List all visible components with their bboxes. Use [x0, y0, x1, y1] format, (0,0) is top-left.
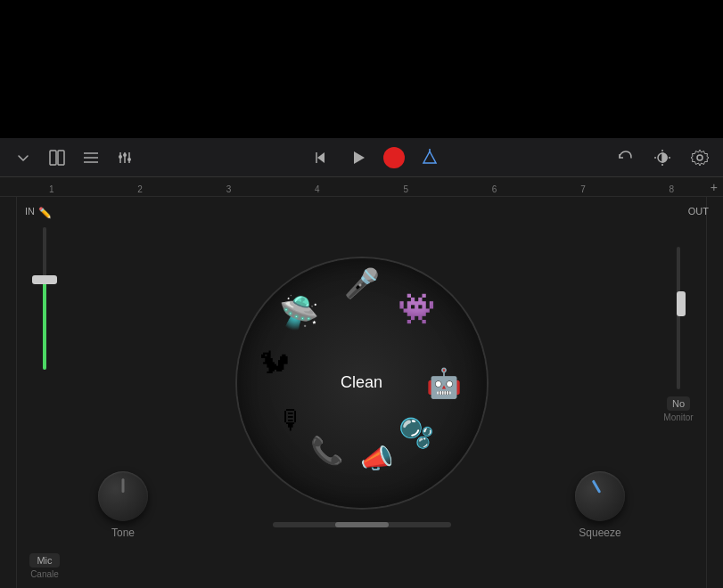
voice-effect-megaphone[interactable]: 📣	[360, 442, 393, 473]
panels-icon	[48, 149, 66, 167]
svg-rect-0	[50, 151, 56, 165]
svg-point-21	[697, 155, 702, 160]
mic-fader-track	[43, 227, 46, 370]
voice-effect-squirrel[interactable]: 🐿	[259, 346, 290, 380]
undo-icon	[616, 149, 634, 167]
ruler-mark-2: 2	[137, 184, 143, 194]
pencil-icon[interactable]: ✏️	[38, 207, 52, 219]
tone-label: Tone	[111, 527, 135, 539]
out-label: OUT	[688, 206, 709, 216]
dropdown-icon	[14, 149, 32, 167]
mic-label-area: Mic Canale	[29, 553, 59, 579]
out-fader-track	[677, 247, 680, 389]
voice-changer-area: Tone Clean 🎤 👾 🤖 🫧 📣 📞 🎙	[237, 258, 487, 527]
toolbar-center	[144, 145, 605, 170]
svg-marker-13	[354, 151, 365, 164]
mic-fader-container	[43, 227, 46, 546]
in-label: IN	[25, 206, 35, 216]
bottom-scrollbar[interactable]	[273, 522, 451, 527]
preferences-button[interactable]	[687, 145, 712, 170]
in-row: IN ✏️	[0, 206, 89, 220]
voice-effect-monster[interactable]: 👾	[398, 290, 435, 326]
toolbar-left	[11, 145, 137, 170]
tuner-button[interactable]	[417, 145, 442, 170]
mixer-icon	[116, 149, 134, 167]
ruler-mark-4: 4	[315, 184, 320, 194]
monitor-label-area: No Monitor	[663, 396, 693, 422]
ruler-mark-1: 1	[49, 184, 54, 194]
voice-effect-alien[interactable]: 🛸	[279, 294, 319, 331]
mic-fader-thumb[interactable]	[32, 275, 57, 284]
voice-effect-telephone[interactable]: 📞	[310, 435, 343, 466]
left-panel: IN ✏️ Mic Canale	[0, 197, 89, 588]
out-fader-thumb[interactable]	[677, 291, 686, 316]
rewind-icon	[312, 149, 330, 167]
brightness-icon	[653, 149, 671, 167]
squeeze-knob[interactable]	[575, 471, 625, 521]
undo-button[interactable]	[612, 145, 637, 170]
gear-icon	[691, 149, 709, 167]
svg-point-8	[119, 155, 122, 159]
svg-point-9	[123, 153, 127, 157]
add-track-button[interactable]: +	[711, 180, 718, 194]
scrollbar-thumb	[335, 522, 389, 527]
squeeze-section: Squeeze	[575, 471, 625, 539]
ruler-mark-3: 3	[226, 184, 232, 194]
ruler-marks: 1 2 3 4 5 6 7 8	[7, 184, 716, 194]
go-to-beginning-button[interactable]	[308, 145, 333, 170]
play-button[interactable]	[346, 145, 371, 170]
right-panel: OUT No Monitor	[634, 197, 723, 588]
main-content: IN ✏️ Mic Canale Tone Clean 🎤	[0, 197, 723, 588]
monitor-sub-label: Monitor	[663, 412, 693, 422]
tone-section: Tone	[98, 471, 148, 539]
voice-circle[interactable]: Clean 🎤 👾 🤖 🫧 📣 📞 🎙 🐿 🛸	[237, 258, 487, 508]
mic-label[interactable]: Mic	[29, 553, 59, 568]
ruler-mark-5: 5	[403, 184, 408, 194]
mic-fader-fill	[43, 277, 46, 370]
ruler-mark-7: 7	[580, 184, 586, 194]
tone-knob[interactable]	[98, 471, 148, 521]
ruler-mark-6: 6	[492, 184, 497, 194]
voice-circle-container: Clean 🎤 👾 🤖 🫧 📣 📞 🎙 🐿 🛸	[237, 258, 487, 508]
voice-center-label: Clean	[341, 373, 382, 392]
svg-point-10	[127, 158, 131, 161]
channel-label: Canale	[30, 569, 59, 579]
toolbar-right	[612, 145, 712, 170]
squeeze-label: Squeeze	[579, 527, 620, 539]
tuner-icon	[421, 149, 439, 167]
top-black-area	[0, 0, 723, 138]
voice-effect-bubbles[interactable]: 🫧	[398, 416, 434, 450]
svg-marker-11	[317, 152, 325, 163]
list-icon	[82, 149, 100, 167]
timeline-ruler: 1 2 3 4 5 6 7 8 +	[0, 177, 723, 197]
svg-marker-14	[423, 151, 436, 163]
monitor-label[interactable]: No	[667, 396, 690, 411]
voice-effect-microphone[interactable]: 🎤	[344, 266, 380, 300]
list-button[interactable]	[78, 145, 103, 170]
toolbar	[0, 138, 723, 177]
play-icon	[349, 149, 367, 167]
svg-rect-1	[58, 151, 64, 165]
mixer-button[interactable]	[112, 145, 137, 170]
brightness-button[interactable]	[650, 145, 675, 170]
panels-button[interactable]	[45, 145, 70, 170]
ruler-mark-8: 8	[670, 184, 675, 194]
dropdown-button[interactable]	[11, 145, 36, 170]
voice-effect-mic2[interactable]: 🎙	[278, 405, 305, 436]
record-button[interactable]	[383, 147, 405, 168]
voice-effect-robot[interactable]: 🤖	[426, 366, 462, 400]
